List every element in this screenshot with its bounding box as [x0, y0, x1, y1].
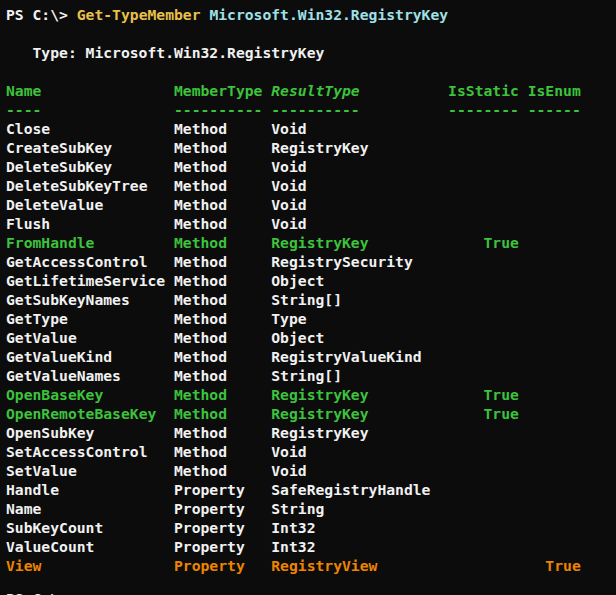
- cell-member-type: Property: [174, 499, 271, 518]
- cell-name: GetSubKeyNames: [6, 290, 174, 309]
- cell-name: DeleteSubKey: [6, 157, 174, 176]
- table-row: FlushMethodVoid: [6, 214, 616, 233]
- cell-is-enum: [519, 499, 581, 518]
- table-row: GetValueKindMethodRegistryValueKind: [6, 347, 616, 366]
- cell-result-type: Void: [271, 176, 448, 195]
- table-row: NamePropertyString: [6, 499, 616, 518]
- cell-name: OpenRemoteBaseKey: [6, 404, 174, 423]
- cell-is-static: [448, 309, 519, 328]
- cell-member-type: Method: [174, 176, 271, 195]
- table-row: SubKeyCountPropertyInt32: [6, 518, 616, 537]
- cell-result-type: RegistryKey: [271, 138, 448, 157]
- cell-is-enum: [519, 442, 581, 461]
- cell-result-type: RegistryKey: [271, 404, 448, 423]
- cell-is-enum: [519, 271, 581, 290]
- cell-member-type: Property: [174, 537, 271, 556]
- command-text: Get-TypeMember: [77, 6, 201, 23]
- cell-result-type: Void: [271, 442, 448, 461]
- cell-is-static: [448, 537, 519, 556]
- table-row: ValueCountPropertyInt32: [6, 537, 616, 556]
- cell-member-type: Method: [174, 195, 271, 214]
- table-row: OpenSubKeyMethodRegistryKey: [6, 423, 616, 442]
- cell-name: DeleteSubKeyTree: [6, 176, 174, 195]
- command-argument: Microsoft.Win32.RegistryKey: [209, 6, 448, 23]
- cell-is-enum: [519, 423, 581, 442]
- table-row: CreateSubKeyMethodRegistryKey: [6, 138, 616, 157]
- cell-name: View: [6, 556, 174, 575]
- cell-name: SetAccessControl: [6, 442, 174, 461]
- terminal-window[interactable]: PS C:\> Get-TypeMemberMicrosoft.Win32.Re…: [0, 0, 616, 595]
- cell-member-type: Method: [174, 138, 271, 157]
- cell-member-type: Method: [174, 328, 271, 347]
- table-row: GetLifetimeServiceMethodObject: [6, 271, 616, 290]
- cell-member-type: Method: [174, 423, 271, 442]
- cell-member-type: Property: [174, 518, 271, 537]
- cell-is-enum: [519, 138, 581, 157]
- cell-member-type: Method: [174, 252, 271, 271]
- cell-is-enum: [519, 309, 581, 328]
- cell-member-type: Method: [174, 157, 271, 176]
- cell-result-type: RegistryKey: [271, 385, 448, 404]
- table-row: OpenBaseKeyMethodRegistryKeyTrue: [6, 385, 616, 404]
- cell-is-enum: [519, 385, 581, 404]
- cell-result-type: RegistryKey: [271, 233, 448, 252]
- table-row: SetAccessControlMethodVoid: [6, 442, 616, 461]
- cell-result-type: Int32: [271, 537, 448, 556]
- next-prompt-line[interactable]: PS C:\>: [6, 589, 616, 595]
- table-row: GetValueMethodObject: [6, 328, 616, 347]
- cell-is-enum: [519, 119, 581, 138]
- underline-resulttype: ----------: [271, 100, 448, 119]
- cell-name: CreateSubKey: [6, 138, 174, 157]
- table-row: OpenRemoteBaseKeyMethodRegistryKeyTrue: [6, 404, 616, 423]
- cell-member-type: Method: [174, 119, 271, 138]
- cell-is-enum: [519, 404, 581, 423]
- cell-is-static: [448, 214, 519, 233]
- cell-name: SubKeyCount: [6, 518, 174, 537]
- table-header-underline: ---- ---------- ---------- -------- ----…: [6, 100, 616, 119]
- cell-name: ValueCount: [6, 537, 174, 556]
- table-header-row: Name MemberType ResultType IsStatic IsEn…: [6, 81, 616, 100]
- cell-is-enum: [519, 290, 581, 309]
- cell-is-static: [448, 556, 519, 575]
- column-header-isstatic: IsStatic: [448, 81, 519, 100]
- blank-line: [6, 24, 616, 43]
- cell-is-enum: [519, 195, 581, 214]
- cell-result-type: Void: [271, 119, 448, 138]
- cell-name: OpenBaseKey: [6, 385, 174, 404]
- cell-result-type: Void: [271, 214, 448, 233]
- cell-name: GetValue: [6, 328, 174, 347]
- cell-is-enum: [519, 328, 581, 347]
- member-table-body: CloseMethodVoidCreateSubKeyMethodRegistr…: [6, 119, 616, 575]
- cell-is-enum: [519, 176, 581, 195]
- cell-name: GetType: [6, 309, 174, 328]
- cell-member-type: Method: [174, 461, 271, 480]
- cell-member-type: Method: [174, 309, 271, 328]
- cell-name: GetLifetimeService: [6, 271, 174, 290]
- table-row: CloseMethodVoid: [6, 119, 616, 138]
- column-header-name: Name: [6, 81, 174, 100]
- cell-is-static: [448, 518, 519, 537]
- cell-is-enum: True: [519, 556, 581, 575]
- cell-result-type: Object: [271, 271, 448, 290]
- cell-name: OpenSubKey: [6, 423, 174, 442]
- table-row: GetTypeMethodType: [6, 309, 616, 328]
- cell-name: SetValue: [6, 461, 174, 480]
- cell-is-static: [448, 290, 519, 309]
- cell-result-type: String[]: [271, 290, 448, 309]
- cell-is-enum: [519, 480, 581, 499]
- cell-result-type: Type: [271, 309, 448, 328]
- cell-result-type: String: [271, 499, 448, 518]
- cell-is-static: [448, 119, 519, 138]
- cell-result-type: RegistryView: [271, 556, 448, 575]
- cell-member-type: Property: [174, 556, 271, 575]
- cell-member-type: Method: [174, 271, 271, 290]
- blank-line: [6, 575, 616, 589]
- cell-member-type: Method: [174, 366, 271, 385]
- blank-line: [6, 62, 616, 81]
- underline-isstatic: --------: [448, 100, 519, 119]
- cell-member-type: Method: [174, 290, 271, 309]
- cell-name: GetValueNames: [6, 366, 174, 385]
- cell-name: GetValueKind: [6, 347, 174, 366]
- cell-is-enum: [519, 233, 581, 252]
- cell-is-static: True: [448, 233, 519, 252]
